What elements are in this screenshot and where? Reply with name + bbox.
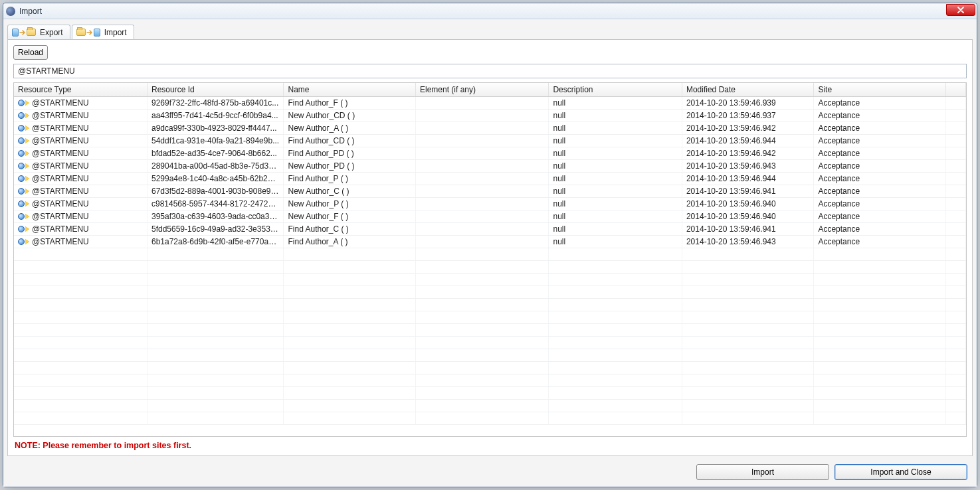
resources-table[interactable]: Resource Type Resource Id Name Element (… bbox=[13, 82, 967, 437]
cell-name: Find Author_F ( ) bbox=[284, 97, 415, 110]
cell-resource-id: 9269f732-2ffc-48fd-875b-a69401c... bbox=[147, 97, 284, 110]
tab-label: Import bbox=[104, 28, 127, 37]
table-row[interactable]: @STARTMENU6b1a72a8-6d9b-42f0-af5e-e770aa… bbox=[14, 236, 966, 248]
cell-description: null bbox=[549, 147, 682, 160]
col-name[interactable]: Name bbox=[284, 83, 415, 97]
cell-element bbox=[415, 173, 548, 185]
note-text: NOTE: Please remember to import sites fi… bbox=[13, 437, 967, 450]
cell-resource-id: aa43ff95-7d41-4c5d-9ccf-6f0b9a4... bbox=[147, 110, 284, 122]
cell-resource-id: 54ddf1ca-931e-40fa-9a21-894e9b... bbox=[147, 135, 284, 147]
cell-name: Find Author_P ( ) bbox=[284, 173, 415, 185]
cell-name: New Author_PD ( ) bbox=[284, 160, 415, 173]
cell-modified: 2014-10-20 13:59:46.944 bbox=[682, 135, 813, 147]
cell-description: null bbox=[549, 97, 682, 110]
cell-description: null bbox=[549, 236, 682, 248]
cell-modified: 2014-10-20 13:59:46.939 bbox=[682, 97, 813, 110]
table-row[interactable]: @STARTMENU5fdd5659-16c9-49a9-ad32-3e3537… bbox=[14, 223, 966, 236]
cell-name: Find Author_A ( ) bbox=[284, 236, 415, 248]
cell-resource-type: @STARTMENU bbox=[32, 199, 89, 208]
cell-site: Acceptance bbox=[814, 97, 945, 110]
filter-input[interactable] bbox=[13, 64, 967, 78]
cell-modified: 2014-10-20 13:59:46.943 bbox=[682, 236, 813, 248]
cell-modified: 2014-10-20 13:59:46.940 bbox=[682, 198, 813, 210]
cell-name: New Author_A ( ) bbox=[284, 122, 415, 135]
cell-resource-type: @STARTMENU bbox=[32, 212, 89, 221]
titlebar[interactable]: Import bbox=[3, 3, 977, 19]
cell-modified: 2014-10-20 13:59:46.942 bbox=[682, 147, 813, 160]
import-button[interactable]: Import bbox=[696, 464, 829, 480]
cell-element bbox=[415, 198, 548, 210]
cell-site: Acceptance bbox=[814, 210, 945, 223]
cell-modified: 2014-10-20 13:59:46.941 bbox=[682, 185, 813, 198]
table-row[interactable]: @STARTMENU67d3f5d2-889a-4001-903b-908e95… bbox=[14, 185, 966, 198]
client-area: Export Import Reload bbox=[3, 19, 977, 487]
cell-modified: 2014-10-20 13:59:46.940 bbox=[682, 210, 813, 223]
cell-name: New Author_F ( ) bbox=[284, 210, 415, 223]
resource-icon bbox=[18, 238, 29, 245]
cell-site: Acceptance bbox=[814, 223, 945, 236]
cell-element bbox=[415, 210, 548, 223]
cell-resource-type: @STARTMENU bbox=[32, 98, 89, 108]
cell-modified: 2014-10-20 13:59:46.942 bbox=[682, 122, 813, 135]
cell-description: null bbox=[549, 110, 682, 122]
table-row[interactable]: @STARTMENU395af30a-c639-4603-9ada-cc0a31… bbox=[14, 210, 966, 223]
table-row[interactable]: @STARTMENU5299a4e8-1c40-4a8c-a45b-62b2bf… bbox=[14, 173, 966, 185]
cell-name: New Author_P ( ) bbox=[284, 198, 415, 210]
cell-resource-type: @STARTMENU bbox=[32, 237, 89, 246]
cell-resource-id: 5fdd5659-16c9-49a9-ad32-3e3537... bbox=[147, 223, 284, 236]
dialog-buttons: Import Import and Close bbox=[7, 456, 973, 480]
close-button[interactable] bbox=[946, 4, 975, 16]
table-row[interactable]: @STARTMENU9269f732-2ffc-48fd-875b-a69401… bbox=[14, 97, 966, 110]
cell-element bbox=[415, 223, 548, 236]
cell-site: Acceptance bbox=[814, 236, 945, 248]
col-resource-id[interactable]: Resource Id bbox=[147, 83, 284, 97]
cell-resource-type: @STARTMENU bbox=[32, 174, 89, 183]
resource-icon bbox=[18, 201, 29, 207]
tab-import[interactable]: Import bbox=[72, 25, 134, 39]
reload-button[interactable]: Reload bbox=[13, 45, 48, 60]
table-row-empty bbox=[14, 286, 966, 299]
cell-site: Acceptance bbox=[814, 110, 945, 122]
cell-resource-type: @STARTMENU bbox=[32, 123, 89, 133]
resource-icon bbox=[18, 125, 29, 131]
cell-modified: 2014-10-20 13:59:46.941 bbox=[682, 223, 813, 236]
cell-element bbox=[415, 110, 548, 122]
table-row[interactable]: @STARTMENU54ddf1ca-931e-40fa-9a21-894e9b… bbox=[14, 135, 966, 147]
table-row-empty bbox=[14, 261, 966, 274]
table-row-empty bbox=[14, 274, 966, 286]
table-row-empty bbox=[14, 349, 966, 362]
cell-description: null bbox=[549, 173, 682, 185]
cell-site: Acceptance bbox=[814, 147, 945, 160]
cell-name: Find Author_CD ( ) bbox=[284, 135, 415, 147]
resource-icon bbox=[18, 175, 29, 182]
table-row[interactable]: @STARTMENUbfdad52e-ad35-4ce7-9064-8b662.… bbox=[14, 147, 966, 160]
cell-resource-id: 5299a4e8-1c40-4a8c-a45b-62b2bf... bbox=[147, 173, 284, 185]
cell-resource-type: @STARTMENU bbox=[32, 111, 89, 120]
resource-icon bbox=[18, 112, 29, 119]
cell-resource-id: 395af30a-c639-4603-9ada-cc0a31... bbox=[147, 210, 284, 223]
table-row-empty bbox=[14, 324, 966, 337]
table-row-empty bbox=[14, 412, 966, 425]
col-resource-type[interactable]: Resource Type bbox=[14, 83, 147, 97]
cell-resource-type: @STARTMENU bbox=[32, 136, 89, 145]
cell-site: Acceptance bbox=[814, 122, 945, 135]
tab-export[interactable]: Export bbox=[7, 25, 70, 39]
cell-resource-id: bfdad52e-ad35-4ce7-9064-8b662... bbox=[147, 147, 284, 160]
table-row[interactable]: @STARTMENUc9814568-5957-4344-8172-2472a9… bbox=[14, 198, 966, 210]
col-site[interactable]: Site bbox=[814, 83, 945, 97]
table-row[interactable]: @STARTMENU289041ba-a00d-45ad-8b3e-75d34.… bbox=[14, 160, 966, 173]
col-element[interactable]: Element (if any) bbox=[415, 83, 548, 97]
cell-description: null bbox=[549, 210, 682, 223]
cell-site: Acceptance bbox=[814, 173, 945, 185]
col-modified[interactable]: Modified Date bbox=[682, 83, 813, 97]
table-row[interactable]: @STARTMENUaa43ff95-7d41-4c5d-9ccf-6f0b9a… bbox=[14, 110, 966, 122]
resource-icon bbox=[18, 150, 29, 157]
import-and-close-button[interactable]: Import and Close bbox=[834, 464, 967, 480]
cell-name: New Author_CD ( ) bbox=[284, 110, 415, 122]
cell-site: Acceptance bbox=[814, 135, 945, 147]
cell-modified: 2014-10-20 13:59:46.944 bbox=[682, 173, 813, 185]
import-dialog: Import Export Import bbox=[3, 3, 977, 487]
table-row[interactable]: @STARTMENUa9dca99f-330b-4923-8029-ff4447… bbox=[14, 122, 966, 135]
col-description[interactable]: Description bbox=[549, 83, 682, 97]
cell-resource-type: @STARTMENU bbox=[32, 187, 89, 196]
